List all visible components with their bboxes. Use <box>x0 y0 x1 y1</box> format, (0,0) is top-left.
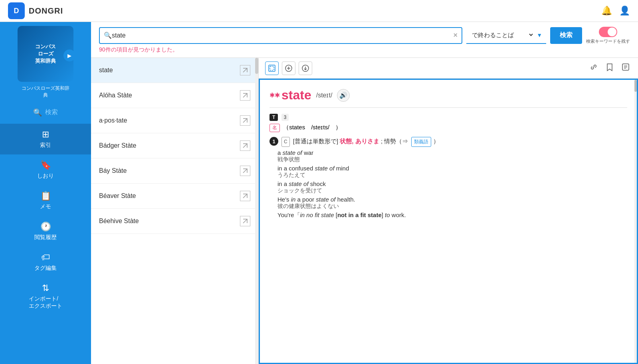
bookmark-label: しおり <box>37 172 54 180</box>
list-item-text: a·pos·tate <box>99 117 127 124</box>
search-input[interactable] <box>112 32 453 39</box>
sidebar: コンパス ローズ 英和辞典 ▶ コンパスローズ英和辞典 🔍 検索 ⊞ 索引 🔖 <box>0 22 91 364</box>
search-button[interactable]: 検索 <box>550 27 582 44</box>
entry-header-row: ✱✱ state /steɪt/ 🔊 <box>269 88 627 103</box>
two-pane: state Alóha Stàte <box>91 58 638 364</box>
sense-number-1: 1 <box>269 137 278 146</box>
bookmark-nav-icon: 🔖 <box>40 160 51 170</box>
entry-pronunciation: /steɪt/ <box>316 91 333 99</box>
list-item-text: Bádger Stàte <box>99 142 136 149</box>
sense-text: ; 情勢（⇒ <box>381 138 410 144</box>
logo-area: D DONGRI <box>8 2 63 19</box>
list-item-bay-state[interactable]: Báy Stàte <box>91 158 258 184</box>
book-title-line1: コンパス <box>35 43 56 50</box>
keyword-toggle[interactable] <box>599 27 617 37</box>
list-item-beaver-state[interactable]: Béaver Stàte <box>91 184 258 209</box>
external-link-icon[interactable] <box>240 90 250 101</box>
bookmark-detail-icon[interactable] <box>604 61 616 75</box>
badge-num: 3 <box>281 114 289 121</box>
external-link-icon[interactable] <box>240 216 250 226</box>
download-icon[interactable] <box>299 61 312 75</box>
main-layout: コンパス ローズ 英和辞典 ▶ コンパスローズ英和辞典 🔍 検索 ⊞ 索引 🔖 <box>0 22 638 364</box>
list-item-badger-state[interactable]: Bádger Stàte <box>91 133 258 158</box>
entry-word: state <box>281 88 311 103</box>
book-title-line3: 英和辞典 <box>35 57 56 65</box>
list-item-aloha-state[interactable]: Alóha Stàte <box>91 83 258 108</box>
divider <box>269 107 627 108</box>
note-icon[interactable] <box>620 61 632 75</box>
sidebar-item-tags[interactable]: 🏷 タグ編集 <box>0 247 91 277</box>
sense-end: ） <box>433 138 439 144</box>
example-en-1: a state of war <box>277 149 627 156</box>
sidebar-item-memo[interactable]: 📋 メモ <box>0 185 91 216</box>
memo-label: メモ <box>40 203 51 210</box>
list-item-beehive-state[interactable]: Béehive Stàte <box>91 209 258 234</box>
tags-label: タグ編集 <box>34 265 57 272</box>
example-2: in a confused state of mind うろたえて <box>277 165 627 179</box>
sidebar-item-history[interactable]: 🕐 閲覧履歴 <box>0 216 91 247</box>
badge-row: T 3 <box>269 113 627 121</box>
example-en-3: in a state of shock <box>277 180 627 187</box>
example-4: He's in a poor state of health. 彼の健康状態はよ… <box>277 196 627 210</box>
history-label: 閲覧履歴 <box>34 234 57 241</box>
audio-button[interactable]: 🔊 <box>337 89 350 102</box>
external-link-icon[interactable] <box>240 65 250 75</box>
notification-bell-icon[interactable]: 🔔 <box>601 6 612 16</box>
sidebar-item-index[interactable]: ⊞ 索引 <box>0 124 91 154</box>
dropdown-chevron-icon: ▼ <box>537 32 542 38</box>
example-jp-1: 戦争状態 <box>277 156 627 163</box>
filter-select[interactable]: で終わることば から始まることば を含むことば <box>470 31 534 39</box>
link-icon[interactable] <box>588 61 600 75</box>
filter-select-wrapper: で終わることば から始まることば を含むことば ▼ <box>466 27 546 44</box>
memo-icon: 📋 <box>40 191 51 201</box>
index-label: 索引 <box>40 142 51 149</box>
external-link-icon[interactable] <box>240 191 250 201</box>
detail-scrollbar-thumb <box>634 80 637 92</box>
header-icons: 🔔 👤 <box>601 6 630 16</box>
index-icon: ⊞ <box>42 129 49 140</box>
logo-icon: D <box>8 2 25 19</box>
c-badge: C <box>281 137 290 146</box>
search-submit-icon[interactable]: 🔍 <box>104 32 112 39</box>
toggle-area: 検索キーワードを残す <box>586 27 630 44</box>
import-icon: ⇅ <box>42 283 49 293</box>
list-item-state[interactable]: state <box>91 58 258 83</box>
toggle-label: 検索キーワードを残す <box>586 39 630 44</box>
plural-pronunciation: （states /steɪts/ ） <box>283 124 341 131</box>
detail-toolbar-right <box>588 61 632 75</box>
content-area: 🔍 × で終わることば から始まることば を含むことば ▼ 検索 検索キーワード… <box>91 22 638 364</box>
external-link-icon[interactable] <box>240 115 250 126</box>
user-account-icon[interactable]: 👤 <box>619 6 630 16</box>
external-link-icon[interactable] <box>240 166 250 176</box>
sidebar-search-item[interactable]: 🔍 検索 <box>25 103 66 122</box>
list-item-apostate[interactable]: a·pos·tate <box>91 108 258 133</box>
synonym-badge[interactable]: 類義語 <box>411 137 431 146</box>
book-label: コンパスローズ英和辞典 <box>18 85 73 99</box>
sense-keyword-jp: 状態, ありさま <box>340 138 379 144</box>
list-scrollbar-thumb <box>255 58 258 74</box>
detail-scrollbar-track <box>634 80 637 363</box>
logo-text: DONGRI <box>29 6 63 16</box>
sidebar-item-bookmark[interactable]: 🔖 しおり <box>0 154 91 185</box>
sidebar-search-label: 検索 <box>45 108 58 117</box>
play-button[interactable]: ▶ <box>63 49 75 61</box>
speaker-icon: 🔊 <box>339 91 347 99</box>
detail-content: ✱✱ state /steɪt/ 🔊 T 3 <box>259 79 638 364</box>
entry-word-prefix: ✱✱ <box>269 91 280 99</box>
external-link-icon[interactable] <box>240 140 250 151</box>
right-detail: ✱✱ state /steɪt/ 🔊 T 3 <box>259 58 638 364</box>
add-icon[interactable] <box>282 61 295 75</box>
detail-toolbar-left <box>265 61 312 75</box>
sidebar-item-import[interactable]: ⇅ インポート/エクスポート <box>0 277 91 315</box>
list-item-text: Báy Stàte <box>99 167 127 174</box>
example-en-2: in a confused state of mind <box>277 165 627 172</box>
search-bar-row: 🔍 × で終わることば から始まることば を含むことば ▼ 検索 検索キーワード… <box>99 27 630 44</box>
search-bar-area: 🔍 × で終わることば から始まることば を含むことば ▼ 検索 検索キーワード… <box>91 22 638 58</box>
sense-content-1: C [普通は単数形で] 状態, ありさま ; 情勢（⇒ 類義語 ） <box>281 136 627 146</box>
sense-row-1: 1 C [普通は単数形で] 状態, ありさま ; 情勢（⇒ 類義語 ） <box>269 136 627 146</box>
select-all-icon[interactable] <box>265 61 279 75</box>
example-3: in a state of shock ショックを受けて <box>277 180 627 194</box>
example-jp-2: うろたえて <box>277 172 627 179</box>
badge-t: T <box>269 114 278 121</box>
clear-button[interactable]: × <box>453 31 458 40</box>
